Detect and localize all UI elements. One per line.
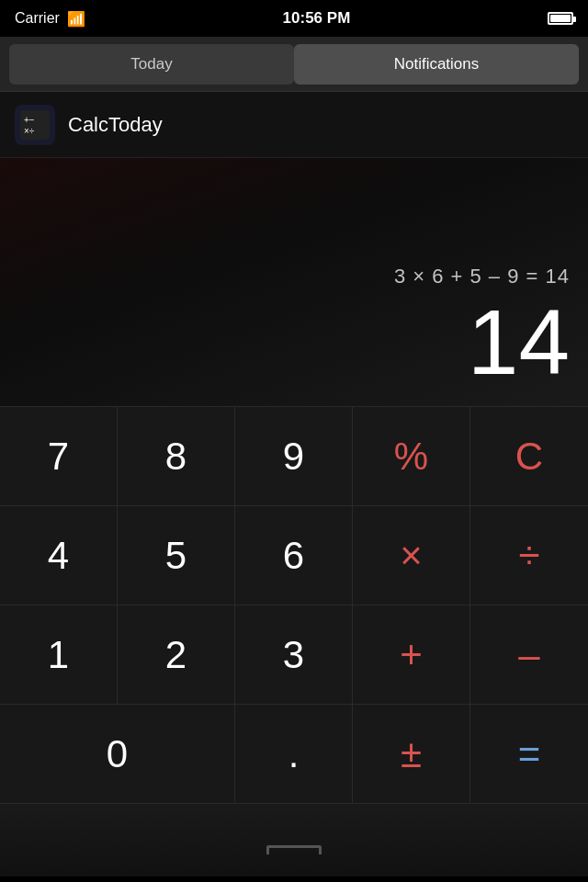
formula-display: 3 × 6 + 5 – 9 = 14 [394, 265, 570, 288]
carrier-label: Carrier [15, 10, 60, 27]
display-area: 3 × 6 + 5 – 9 = 14 14 [0, 158, 588, 406]
tab-today[interactable]: Today [9, 44, 294, 85]
key-decimal[interactable]: . [235, 705, 353, 803]
status-bar: Carrier 📶 10:56 PM [0, 0, 588, 37]
result-display: 14 [468, 296, 570, 388]
app-icon: +− ×÷ [15, 105, 55, 145]
key-5[interactable]: 5 [118, 506, 235, 605]
key-1[interactable]: 1 [0, 605, 118, 704]
app-header: +− ×÷ CalcToday [0, 92, 588, 158]
tab-notifications[interactable]: Notifications [294, 44, 579, 85]
keypad-row-1: 7 8 9 % C [0, 406, 588, 505]
key-plusminus[interactable]: ± [353, 705, 470, 803]
app-name-label: CalcToday [68, 113, 163, 137]
key-multiply[interactable]: × [353, 506, 470, 605]
key-8[interactable]: 8 [118, 407, 235, 505]
key-equals[interactable]: = [470, 705, 588, 803]
battery-icon [548, 12, 573, 25]
bottom-bar [0, 803, 588, 876]
key-0[interactable]: 0 [0, 705, 235, 803]
key-3[interactable]: 3 [235, 605, 353, 704]
svg-text:+−: +− [24, 115, 35, 125]
keypad-row-4: 0 . ± = [0, 704, 588, 803]
calc-icon: +− ×÷ [20, 110, 50, 140]
svg-text:×÷: ×÷ [24, 126, 35, 136]
key-4[interactable]: 4 [0, 506, 118, 605]
key-plus[interactable]: + [353, 605, 470, 704]
segmented-control: Today Notifications [0, 37, 588, 92]
key-percent[interactable]: % [353, 407, 470, 505]
key-minus[interactable]: – [470, 605, 588, 704]
home-indicator[interactable] [266, 845, 322, 854]
key-6[interactable]: 6 [235, 506, 353, 605]
keypad-row-3: 1 2 3 + – [0, 605, 588, 704]
key-9[interactable]: 9 [235, 407, 353, 505]
key-7[interactable]: 7 [0, 407, 118, 505]
status-left: Carrier 📶 [15, 10, 85, 28]
key-clear[interactable]: C [470, 407, 588, 505]
keypad-row-2: 4 5 6 × ÷ [0, 505, 588, 605]
status-time: 10:56 PM [283, 9, 351, 28]
key-divide[interactable]: ÷ [470, 506, 588, 605]
wifi-icon: 📶 [67, 10, 85, 28]
key-2[interactable]: 2 [118, 605, 235, 704]
keypad: 7 8 9 % C 4 5 6 × ÷ 1 2 3 + – 0 . ± = [0, 406, 588, 803]
status-right [548, 12, 573, 25]
